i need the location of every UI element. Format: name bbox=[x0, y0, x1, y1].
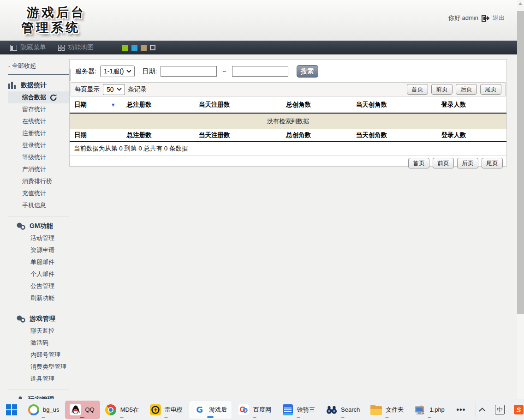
sidebar-item-道具管理[interactable]: 道具管理 bbox=[8, 373, 69, 385]
column-header-总注册数[interactable]: 总注册数 bbox=[122, 131, 194, 139]
sidebar-item-label: 活动管理 bbox=[30, 234, 54, 241]
sogou-icon[interactable]: S bbox=[514, 405, 524, 414]
sidebar-item-消费排行榜[interactable]: 消费排行榜 bbox=[0, 175, 69, 187]
taskbar-app-baidu-netdisk[interactable]: 百度网 bbox=[233, 401, 276, 419]
ellipsis-icon: ••• bbox=[455, 404, 467, 415]
collapse-all-button[interactable]: - 全部收起 bbox=[8, 62, 69, 75]
taskbar-app-label: 铁骑三 bbox=[297, 406, 315, 414]
taskbar-app-game-admin-browser[interactable]: G游戏后 bbox=[189, 401, 232, 419]
page-button-尾页[interactable]: 尾页 bbox=[482, 158, 503, 168]
hide-menu-button[interactable]: 隐藏菜单 bbox=[10, 43, 46, 52]
scroll-up-arrow-icon[interactable] bbox=[518, 2, 522, 5]
taskbar-app-search-tool[interactable]: Search bbox=[321, 401, 364, 419]
taskbar-app-chrome-md5[interactable]: MD5在 bbox=[101, 401, 143, 419]
main-panel: 服务器: 1-1服() 日期: ~ 搜索 每页显示 50 条记录 首页前页后页尾… bbox=[69, 59, 507, 167]
color-swatch-2[interactable] bbox=[131, 45, 137, 51]
sidebar-item-注册统计[interactable]: 注册统计 bbox=[0, 127, 69, 139]
refresh-icon[interactable] bbox=[50, 94, 57, 101]
sidebar-item-label: 激活码 bbox=[30, 339, 48, 346]
sidebar-item-label: 在线统计 bbox=[22, 118, 46, 125]
page-button-后页[interactable]: 后页 bbox=[457, 158, 478, 168]
column-header-总创角数[interactable]: 总创角数 bbox=[281, 101, 351, 109]
chevron-up-icon[interactable] bbox=[479, 408, 486, 412]
column-header-当天注册数[interactable]: 当天注册数 bbox=[194, 101, 281, 109]
sidebar-item-公告管理[interactable]: 公告管理 bbox=[8, 280, 69, 292]
page-button-首页[interactable]: 首页 bbox=[407, 84, 428, 95]
sidebar-item-内部号管理[interactable]: 内部号管理 bbox=[8, 349, 69, 361]
sidebar-section-title[interactable]: 游戏管理 bbox=[8, 315, 69, 323]
color-swatch-4[interactable] bbox=[150, 45, 155, 50]
sidebar-section-2: GM功能活动管理资源申请单服邮件个人邮件公告管理刷新功能 bbox=[8, 216, 69, 304]
page-button-首页[interactable]: 首页 bbox=[408, 158, 429, 168]
taskbar-app-editplus-php[interactable]: 1.php bbox=[410, 401, 449, 419]
sidebar-item-等级统计[interactable]: 等级统计 bbox=[0, 151, 69, 163]
grid-icon bbox=[58, 45, 65, 51]
column-header-日期[interactable]: 日期 bbox=[70, 131, 122, 139]
date-end-input[interactable] bbox=[232, 66, 288, 77]
logout-link[interactable]: 退出 bbox=[493, 14, 505, 22]
page-button-前页[interactable]: 前页 bbox=[433, 158, 454, 168]
page-scrollbar[interactable] bbox=[517, 0, 524, 399]
taskbar-app-ldplayer[interactable]: 雷电模 bbox=[145, 401, 187, 419]
column-header-当天创角数[interactable]: 当天创角数 bbox=[351, 101, 437, 109]
column-header-当天创角数[interactable]: 当天创角数 bbox=[351, 131, 437, 139]
taskbar-app-overflow[interactable]: ••• bbox=[451, 401, 471, 419]
color-swatch-3[interactable] bbox=[141, 45, 147, 51]
ime-zh-icon[interactable]: 中 bbox=[495, 405, 505, 414]
taskbar-app-qq[interactable]: QQ bbox=[65, 401, 99, 419]
function-map-button[interactable]: 功能地图 bbox=[58, 43, 94, 52]
column-header-登录人数[interactable]: 登录人数 bbox=[436, 131, 506, 139]
sidebar-item-资源申请[interactable]: 资源申请 bbox=[8, 244, 69, 256]
search-button[interactable]: 搜索 bbox=[297, 65, 318, 78]
sidebar-section-title[interactable]: 数据统计 bbox=[0, 81, 69, 90]
sidebar-item-登录统计[interactable]: 登录统计 bbox=[0, 139, 69, 151]
column-header-登录人数[interactable]: 登录人数 bbox=[436, 101, 506, 109]
top-navbar: 隐藏菜单 功能地图 bbox=[0, 41, 524, 54]
sidebar-item-个人邮件[interactable]: 个人邮件 bbox=[8, 268, 69, 280]
circles-icon bbox=[17, 222, 25, 230]
sidebar-item-单服邮件[interactable]: 单服邮件 bbox=[8, 256, 69, 268]
taskbar-app-tieqi-notepad[interactable]: 铁骑三 bbox=[277, 401, 320, 419]
sidebar-item-消费类型管理[interactable]: 消费类型管理 bbox=[8, 361, 69, 373]
sidebar-section-label: 数据统计 bbox=[21, 81, 47, 90]
chrome-icon bbox=[105, 404, 117, 415]
sidebar-item-留存统计[interactable]: 留存统计 bbox=[0, 103, 69, 115]
sort-desc-icon[interactable]: ▼ bbox=[111, 102, 116, 108]
column-header-总创角数[interactable]: 总创角数 bbox=[281, 131, 351, 139]
sidebar-item-在线统计[interactable]: 在线统计 bbox=[0, 115, 69, 127]
date-start-input[interactable] bbox=[161, 66, 217, 77]
chevron-down-icon bbox=[117, 88, 122, 91]
sidebar-item-充值统计[interactable]: 充值统计 bbox=[0, 187, 69, 199]
column-header-日期[interactable]: 日期▼ bbox=[70, 101, 122, 109]
taskbar-app-folder-window[interactable]: 文件夹 bbox=[366, 401, 408, 419]
sidebar-item-激活码[interactable]: 激活码 bbox=[8, 337, 69, 349]
sidebar-item-活动管理[interactable]: 活动管理 bbox=[8, 232, 69, 244]
logout-icon bbox=[482, 15, 489, 22]
function-map-label: 功能地图 bbox=[68, 43, 94, 52]
taskbar-app-baidu-browser[interactable]: bg_us bbox=[23, 401, 64, 419]
column-header-总注册数[interactable]: 总注册数 bbox=[122, 101, 194, 109]
sidebar-item-产消统计[interactable]: 产消统计 bbox=[0, 163, 69, 175]
app-logo: 游戏后台 管理系统 bbox=[21, 4, 86, 35]
taskbar-app-start-button[interactable] bbox=[1, 401, 22, 419]
running-indicator bbox=[42, 417, 45, 418]
perpage-select[interactable]: 50 bbox=[103, 84, 125, 95]
color-swatch-1[interactable] bbox=[122, 45, 128, 51]
perpage-select-value: 50 bbox=[107, 86, 114, 93]
sidebar-item-综合数据[interactable]: 综合数据 bbox=[8, 91, 69, 103]
page-button-尾页[interactable]: 尾页 bbox=[480, 84, 501, 95]
sidebar-item-label: 消费类型管理 bbox=[30, 363, 66, 370]
running-indicator bbox=[207, 416, 214, 418]
sidebar-item-手机信息[interactable]: 手机信息 bbox=[0, 199, 69, 211]
scrollbar-thumb[interactable] bbox=[517, 11, 524, 314]
sidebar-section-title[interactable]: GM功能 bbox=[8, 222, 69, 230]
server-select[interactable]: 1-1服() bbox=[100, 66, 135, 77]
column-header-label: 总注册数 bbox=[127, 132, 152, 138]
panel-collapse-handle[interactable] bbox=[69, 69, 71, 81]
column-header-当天注册数[interactable]: 当天注册数 bbox=[194, 131, 281, 139]
page-button-后页[interactable]: 后页 bbox=[456, 84, 477, 95]
page-button-前页[interactable]: 前页 bbox=[431, 84, 453, 95]
sidebar-item-聊天监控[interactable]: 聊天监控 bbox=[8, 325, 69, 337]
theme-swatches bbox=[122, 45, 155, 51]
sidebar-item-刷新功能[interactable]: 刷新功能 bbox=[8, 292, 69, 304]
